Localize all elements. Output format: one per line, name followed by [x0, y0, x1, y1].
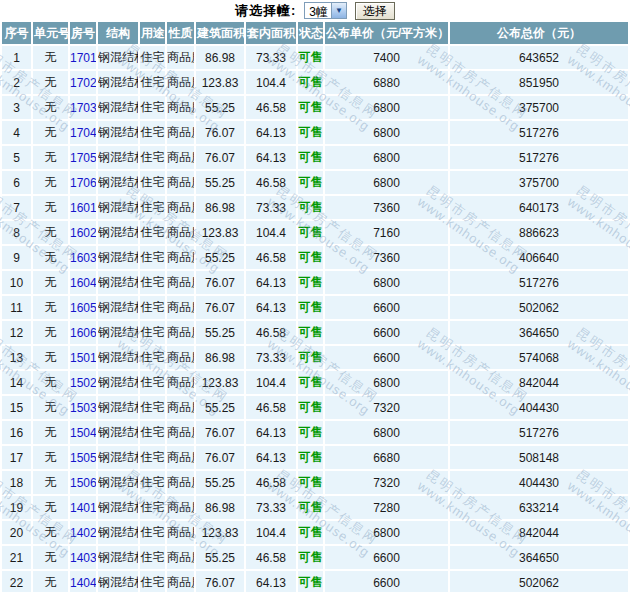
status-cell: 可售 [298, 421, 323, 444]
room-number-link[interactable]: 1704 [70, 126, 96, 140]
room-number-link[interactable]: 1706 [70, 176, 96, 190]
cell-col-3: 钢混结构 [98, 396, 138, 419]
room-number-cell: 1604 [70, 271, 96, 294]
cell-col-0: 6 [2, 171, 31, 194]
cell-col-0: 12 [2, 321, 31, 344]
room-number-link[interactable]: 1506 [70, 476, 96, 490]
room-number-link[interactable]: 1501 [70, 351, 96, 365]
room-number-link[interactable]: 1403 [70, 551, 96, 565]
cell-col-9: 7320 [325, 396, 448, 419]
cell-col-1: 无 [33, 546, 68, 569]
column-header-2: 房号 [70, 22, 96, 44]
cell-col-10: 633214 [450, 496, 628, 519]
cell-col-10: 508148 [450, 446, 628, 469]
cell-col-3: 钢混结构 [98, 446, 138, 469]
room-number-link[interactable]: 1604 [70, 276, 96, 290]
room-number-link[interactable]: 1505 [70, 451, 96, 465]
room-number-link[interactable]: 1502 [70, 376, 96, 390]
status-cell: 可售 [298, 546, 323, 569]
column-header-7: 套内面积 [246, 22, 296, 44]
status-cell: 可售 [298, 171, 323, 194]
room-number-link[interactable]: 1605 [70, 301, 96, 315]
cell-col-1: 无 [33, 496, 68, 519]
cell-col-1: 无 [33, 196, 68, 219]
cell-col-3: 钢混结构 [98, 121, 138, 144]
status-cell: 可售 [298, 121, 323, 144]
room-number-link[interactable]: 1606 [70, 326, 96, 340]
room-number-cell: 1501 [70, 346, 96, 369]
status-cell: 可售 [298, 96, 323, 119]
cell-col-7: 46.58 [246, 246, 296, 269]
status-badge: 可售 [299, 175, 323, 189]
cell-col-3: 钢混结构 [98, 496, 138, 519]
cell-col-10: 364650 [450, 546, 628, 569]
cell-col-9: 7160 [325, 221, 448, 244]
room-number-link[interactable]: 1401 [70, 501, 96, 515]
table-body: 1无1701钢混结构住宅商品房86.9873.33可售74006436522无1… [2, 46, 628, 592]
cell-col-5: 商品房 [167, 321, 194, 344]
status-badge: 可售 [299, 300, 323, 314]
room-number-link[interactable]: 1503 [70, 401, 96, 415]
cell-col-7: 46.58 [246, 396, 296, 419]
building-select[interactable]: 3幢 ▼ [304, 2, 347, 19]
cell-col-1: 无 [33, 296, 68, 319]
cell-col-7: 46.58 [246, 96, 296, 119]
cell-col-1: 无 [33, 46, 68, 69]
cell-col-4: 住宅 [140, 496, 165, 519]
table-row: 13无1501钢混结构住宅商品房86.9873.33可售6600574068 [2, 346, 628, 369]
status-cell: 可售 [298, 446, 323, 469]
room-number-link[interactable]: 1701 [70, 51, 96, 65]
select-button[interactable]: 选择 [355, 2, 395, 20]
column-header-9: 公布单价（元/平方米） [325, 22, 448, 44]
cell-col-3: 钢混结构 [98, 321, 138, 344]
room-number-link[interactable]: 1504 [70, 426, 96, 440]
column-header-3: 结构 [98, 22, 138, 44]
chevron-down-icon[interactable]: ▼ [331, 3, 346, 18]
cell-col-1: 无 [33, 321, 68, 344]
cell-col-3: 钢混结构 [98, 221, 138, 244]
cell-col-5: 商品房 [167, 246, 194, 269]
cell-col-5: 商品房 [167, 71, 194, 94]
cell-col-3: 钢混结构 [98, 371, 138, 394]
table-row: 2无1702钢混结构住宅商品房123.83104.4可售6880851950 [2, 71, 628, 94]
room-number-cell: 1504 [70, 421, 96, 444]
cell-col-3: 钢混结构 [98, 571, 138, 592]
cell-col-1: 无 [33, 271, 68, 294]
cell-col-10: 842044 [450, 521, 628, 544]
status-badge: 可售 [299, 350, 323, 364]
status-badge: 可售 [299, 100, 323, 114]
table-header-row: 序号单元号房号结构用途性质建筑面积套内面积状态公布单价（元/平方米）公布总价（元… [2, 22, 628, 44]
room-number-link[interactable]: 1602 [70, 226, 96, 240]
column-header-10: 公布总价（元） [450, 22, 628, 44]
cell-col-6: 55.25 [196, 396, 244, 419]
room-number-cell: 1603 [70, 246, 96, 269]
table-row: 3无1703钢混结构住宅商品房55.2546.58可售6800375700 [2, 96, 628, 119]
cell-col-5: 商品房 [167, 571, 194, 592]
cell-col-10: 375700 [450, 96, 628, 119]
room-number-link[interactable]: 1705 [70, 151, 96, 165]
cell-col-3: 钢混结构 [98, 346, 138, 369]
cell-col-5: 商品房 [167, 396, 194, 419]
cell-col-1: 无 [33, 221, 68, 244]
room-number-cell: 1605 [70, 296, 96, 319]
cell-col-9: 6800 [325, 96, 448, 119]
cell-col-1: 无 [33, 146, 68, 169]
cell-col-4: 住宅 [140, 396, 165, 419]
cell-col-5: 商品房 [167, 546, 194, 569]
room-number-link[interactable]: 1601 [70, 201, 96, 215]
cell-col-0: 4 [2, 121, 31, 144]
room-number-link[interactable]: 1402 [70, 526, 96, 540]
cell-col-10: 517276 [450, 271, 628, 294]
room-number-link[interactable]: 1603 [70, 251, 96, 265]
cell-col-1: 无 [33, 471, 68, 494]
cell-col-3: 钢混结构 [98, 471, 138, 494]
cell-col-0: 8 [2, 221, 31, 244]
table-row: 22无1404钢混结构住宅商品房76.0764.13可售6600502062 [2, 571, 628, 592]
cell-col-9: 6800 [325, 171, 448, 194]
room-number-link[interactable]: 1702 [70, 76, 96, 90]
cell-col-10: 375700 [450, 171, 628, 194]
column-header-6: 建筑面积 [196, 22, 244, 44]
room-number-link[interactable]: 1404 [70, 576, 96, 590]
room-number-link[interactable]: 1703 [70, 101, 96, 115]
cell-col-0: 5 [2, 146, 31, 169]
